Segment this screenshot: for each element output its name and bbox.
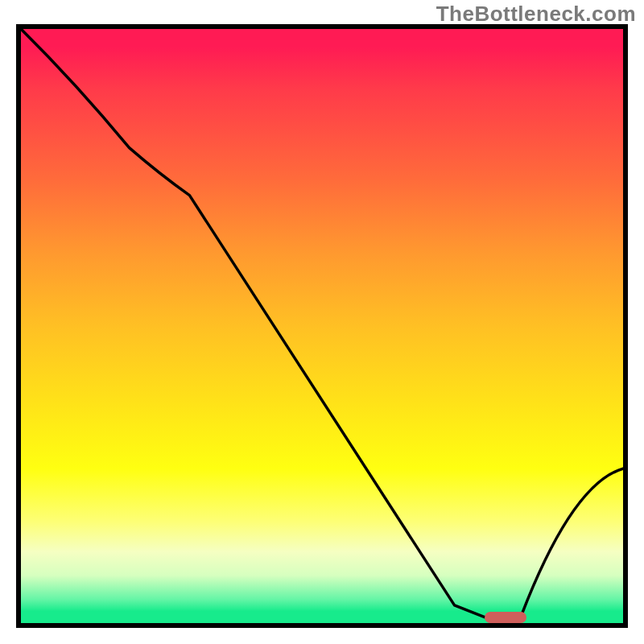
- chart-container: TheBottleneck.com: [0, 0, 644, 644]
- bottleneck-curve: [21, 29, 623, 617]
- watermark-text: TheBottleneck.com: [436, 2, 636, 27]
- plot-area: [21, 29, 623, 623]
- chart-svg: [21, 29, 623, 623]
- optimal-range-marker: [485, 612, 526, 623]
- plot-border: [16, 24, 628, 628]
